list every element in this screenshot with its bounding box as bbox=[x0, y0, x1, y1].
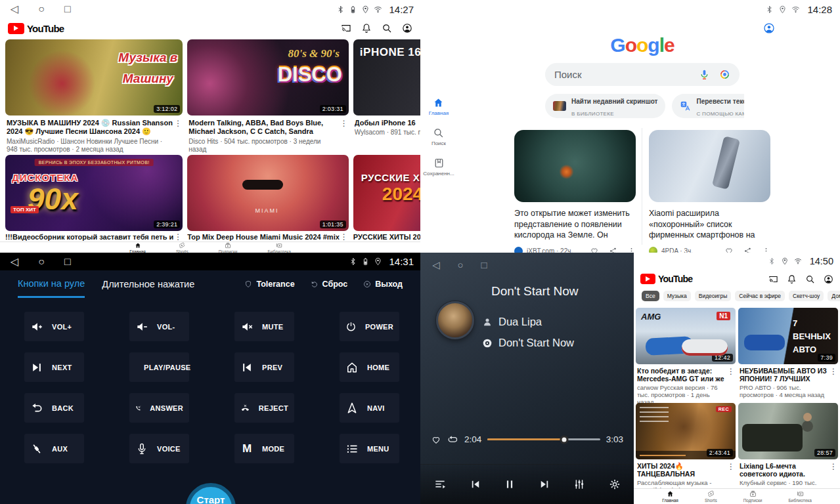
settings-icon[interactable] bbox=[609, 478, 621, 490]
key-mode[interactable]: MMODE bbox=[234, 434, 294, 463]
back-nav-icon[interactable]: ◁ bbox=[11, 4, 18, 14]
chip-gaming[interactable]: Видеоигры bbox=[695, 291, 732, 301]
recents-nav-icon[interactable]: □ bbox=[64, 257, 71, 267]
home-nav-icon[interactable]: ○ bbox=[38, 257, 45, 267]
news-card[interactable]: Xiaomi расширила «похоронный» список фир… bbox=[649, 130, 770, 253]
video-thumbnail[interactable]: 7 ВЕЧНЫХАВТО 7:39 bbox=[738, 308, 838, 364]
next-icon[interactable] bbox=[539, 478, 550, 490]
rail-search[interactable]: Поиск bbox=[431, 127, 446, 146]
key-home[interactable]: HOME bbox=[340, 352, 399, 382]
previous-icon[interactable] bbox=[470, 478, 481, 490]
like-icon[interactable] bbox=[590, 246, 599, 253]
news-image[interactable] bbox=[649, 130, 770, 202]
recents-nav-icon[interactable]: □ bbox=[481, 259, 487, 271]
notifications-icon[interactable] bbox=[361, 23, 372, 33]
queue-icon[interactable] bbox=[433, 478, 447, 491]
chip-recent-screenshot[interactable]: Найти недавний скриншотВ БИБЛИОТЕКЕ bbox=[545, 94, 665, 118]
rail-saved[interactable]: Сохраненн... bbox=[423, 158, 454, 177]
google-lens-icon[interactable] bbox=[719, 69, 730, 80]
nav-library[interactable]: Библиотека bbox=[268, 242, 291, 253]
nav-library[interactable]: Библиотека bbox=[789, 490, 812, 503]
search-icon[interactable] bbox=[382, 23, 392, 33]
exit-button[interactable]: Выход bbox=[363, 280, 403, 289]
key-menu[interactable]: MENU bbox=[340, 434, 399, 463]
recents-nav-icon[interactable]: □ bbox=[64, 4, 71, 14]
news-image[interactable] bbox=[514, 130, 636, 202]
tolerance-button[interactable]: Tolerance bbox=[244, 280, 294, 289]
key-mute[interactable]: MUTE bbox=[234, 312, 294, 341]
seek-knob[interactable] bbox=[560, 435, 568, 444]
more-icon[interactable]: ⋮ bbox=[173, 232, 183, 242]
more-icon[interactable]: ⋮ bbox=[829, 367, 838, 400]
key-answer[interactable]: ANSWER bbox=[129, 393, 189, 423]
chip-translate[interactable]: Перевести текстС ПОМОЩЬЮ КАМЕРЫ bbox=[672, 94, 744, 118]
avatar-icon[interactable] bbox=[824, 274, 833, 284]
chip-music[interactable]: Музыка bbox=[663, 291, 691, 301]
chip-all[interactable]: Все bbox=[642, 291, 659, 301]
back-nav-icon[interactable]: ◁ bbox=[11, 257, 18, 267]
video-card[interactable]: MIAMI 1:01:35 Top Mix Deep House Miami M… bbox=[187, 155, 348, 242]
youtube-logo[interactable]: YouTube bbox=[8, 23, 64, 34]
more-icon[interactable]: ⋮ bbox=[173, 119, 183, 155]
like-icon[interactable] bbox=[724, 246, 734, 253]
more-icon[interactable]: ⋮ bbox=[340, 232, 349, 242]
cast-icon[interactable] bbox=[768, 274, 778, 284]
video-thumbnail[interactable]: AMG N1 12:42 bbox=[636, 308, 736, 364]
share-icon[interactable] bbox=[609, 247, 617, 253]
rail-home[interactable]: Главная bbox=[429, 97, 449, 116]
video-card[interactable]: ВЕРНИСЬ В ЭПОХУ БЕЗЗАБОТНЫХ РИТМОВ! ДИСК… bbox=[5, 155, 183, 242]
google-account-avatar-icon[interactable] bbox=[763, 22, 775, 34]
tab-long-press[interactable]: Длительное нажатие bbox=[102, 270, 194, 298]
back-nav-icon[interactable]: ◁ bbox=[432, 259, 440, 271]
nav-subscriptions[interactable]: Подписки bbox=[219, 242, 238, 253]
favorite-icon[interactable] bbox=[431, 434, 441, 445]
youtube-logo[interactable]: YouTube bbox=[640, 274, 692, 284]
video-thumbnail[interactable]: Музыка вМашину 3:12:02 bbox=[5, 39, 183, 116]
reset-button[interactable]: Сброс bbox=[311, 280, 348, 289]
nav-home[interactable]: Главная bbox=[662, 490, 678, 503]
video-card[interactable]: AMG N1 12:42 Кто победит в заезде: Merce… bbox=[636, 308, 736, 400]
voice-search-icon[interactable] bbox=[699, 69, 710, 80]
cast-icon[interactable] bbox=[341, 23, 351, 33]
video-thumbnail[interactable]: REC 2:43:41 bbox=[636, 403, 736, 459]
chip-home-repair[interactable]: Дом и ремонт bbox=[828, 291, 840, 301]
video-card[interactable]: 80's & 90's DISCO 2:03:31 Modern Talking… bbox=[187, 39, 348, 155]
nav-shorts[interactable]: Shorts bbox=[176, 242, 188, 253]
video-thumbnail[interactable]: MIAMI 1:01:35 bbox=[187, 155, 348, 231]
seek-bar[interactable] bbox=[487, 438, 600, 441]
key-prev[interactable]: PREV bbox=[234, 352, 294, 382]
key-navi[interactable]: NAVI bbox=[340, 393, 399, 423]
key-power[interactable]: POWER bbox=[340, 312, 399, 341]
search-input[interactable]: Поиск bbox=[545, 63, 740, 86]
avatar-icon[interactable] bbox=[402, 23, 412, 33]
home-nav-icon[interactable]: ○ bbox=[458, 259, 464, 271]
nav-home[interactable]: Главная bbox=[129, 242, 146, 253]
video-thumbnail[interactable]: РУССКИЕ ХИТЫ 2024 53:48 bbox=[353, 155, 420, 231]
video-thumbnail[interactable]: ВЕРНИСЬ В ЭПОХУ БЕЗЗАБОТНЫХ РИТМОВ! ДИСК… bbox=[5, 155, 183, 231]
pause-icon[interactable] bbox=[504, 478, 516, 490]
more-icon[interactable]: ⋮ bbox=[340, 119, 349, 155]
video-thumbnail[interactable]: 28:57 bbox=[738, 403, 838, 459]
key-vol-up[interactable]: VOL+ bbox=[24, 312, 84, 341]
equalizer-icon[interactable] bbox=[573, 478, 586, 491]
key-play-pause[interactable]: PLAY/PAUSE bbox=[129, 352, 189, 382]
search-icon[interactable] bbox=[805, 274, 815, 284]
nav-subscriptions[interactable]: Подписки bbox=[743, 490, 763, 503]
video-card[interactable]: РУССКИЕ ХИТЫ 2024 53:48 РУССКИЕ ХИТЫ 202… bbox=[353, 155, 420, 242]
share-icon[interactable] bbox=[743, 247, 752, 253]
key-back[interactable]: BACK bbox=[24, 393, 84, 423]
repeat-icon[interactable] bbox=[447, 434, 458, 445]
tab-wheel-buttons[interactable]: Кнопки на руле bbox=[18, 270, 85, 298]
key-vol-down[interactable]: VOL- bbox=[129, 312, 189, 341]
home-nav-icon[interactable]: ○ bbox=[38, 4, 45, 14]
key-aux[interactable]: AUX bbox=[24, 434, 84, 463]
video-card[interactable]: iPHONE 16 14:11 Добыл iPhone 16 Wylsacom… bbox=[353, 39, 420, 155]
chip-sketch[interactable]: Скетч-шоу bbox=[789, 291, 824, 301]
video-thumbnail[interactable]: 80's & 90's DISCO 2:03:31 bbox=[187, 39, 348, 116]
notifications-icon[interactable] bbox=[787, 274, 797, 284]
start-button[interactable]: Старт bbox=[186, 483, 236, 504]
video-card[interactable]: REC 2:43:41 ХИТЫ 2024🔥 ТАНЦЕВАЛЬНАЯ МУЗЫ… bbox=[636, 403, 736, 495]
key-reject[interactable]: REJECT bbox=[234, 393, 294, 423]
chip-live[interactable]: Сейчас в эфире bbox=[735, 291, 785, 301]
key-next[interactable]: NEXT bbox=[24, 352, 84, 382]
